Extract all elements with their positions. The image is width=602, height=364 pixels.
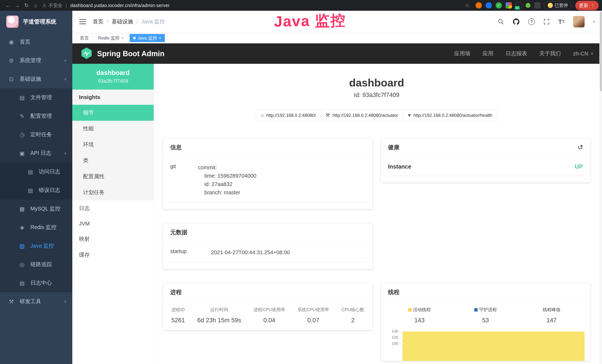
sba-nav-wallboard[interactable]: 应用墙 <box>454 50 470 57</box>
extension-6-icon[interactable] <box>526 3 530 8</box>
sba-nav-journal[interactable]: 日志报表 <box>505 50 527 57</box>
sidebar-item-error-log[interactable]: ▤ 错误日志 <box>0 181 72 200</box>
locale-select[interactable]: zh-CN ∨ <box>573 51 593 57</box>
sidebar-item-system-management[interactable]: ⚙ 系统管理 ∨ <box>0 51 72 70</box>
reload-icon[interactable]: ↻ <box>22 1 31 10</box>
app-logo-block[interactable]: 芋道管理系统 <box>0 11 72 33</box>
sba-menu-performance[interactable]: 性能 <box>72 121 154 137</box>
breadcrumb-infrastructure[interactable]: 基础设施 <box>112 18 133 25</box>
sba-menu-logs[interactable]: 日志 <box>72 201 154 216</box>
extension-7-icon[interactable] <box>534 2 540 9</box>
info-value: commit: time: 1596289704000 id: 27aa832 … <box>198 163 256 197</box>
sidebar-item-redis-monitor[interactable]: ◈ Redis 监控 <box>0 218 72 237</box>
sidebar-item-dev-tools[interactable]: ⚒ 研发工具 ∨ <box>0 292 72 311</box>
breadcrumb-home[interactable]: 首页 <box>93 18 103 25</box>
bookmark-star-icon[interactable]: ☆ <box>462 1 472 10</box>
sidebar-item-file-management[interactable]: ▤ 文件管理 <box>0 88 72 107</box>
log-center-icon: ▤ <box>19 280 26 286</box>
sidebar-item-label: 定时任务 <box>30 131 52 138</box>
tab-label: 首页 <box>80 35 89 41</box>
github-icon[interactable] <box>513 18 520 25</box>
sidebar-item-java-monitor[interactable]: ▥ Java 监控 <box>0 237 72 255</box>
sidebar-item-label: MySQL 监控 <box>30 205 60 213</box>
health-url-link[interactable]: ♥ http://192.168.0.2:48080/actuator/heal… <box>403 109 497 121</box>
forward-icon[interactable]: → <box>13 1 22 10</box>
timer-icon: ◷ <box>19 131 26 138</box>
tab-home[interactable]: 首页 <box>76 34 92 42</box>
sba-instance-header[interactable]: dashboard 93a3fc7f7409 <box>72 64 154 90</box>
hamburger-icon[interactable] <box>79 19 86 24</box>
sba-menu-environment[interactable]: 环境 <box>72 137 154 153</box>
help-icon[interactable]: ? <box>528 18 535 25</box>
sidebar-item-label: 首页 <box>20 38 30 46</box>
process-card-header: 进程 <box>163 283 373 301</box>
extension-5-icon[interactable]: on <box>516 2 522 9</box>
sidebar-item-api-log[interactable]: ▣ API 日志 ∧ <box>0 144 72 162</box>
font-size-icon[interactable]: TT <box>558 18 565 25</box>
address-bar[interactable]: ⚠ 不安全 | dashboard.yudao.iocoder.cn/infra… <box>42 2 462 9</box>
browser-home-icon[interactable]: ⌂ <box>31 1 40 10</box>
threads-card-header: 线程 <box>381 283 590 301</box>
browser-toolbar: ← → ↻ ⌂ ⚠ 不安全 | dashboard.yudao.iocoder.… <box>0 0 602 11</box>
service-url-link[interactable]: ⌂ http://192.168.0.2:48080/ <box>256 109 321 121</box>
history-icon[interactable]: ↺ <box>578 143 583 151</box>
y-tick: 140 <box>392 329 401 333</box>
sidebar-item-config-management[interactable]: ✎ 配置管理 <box>0 107 72 125</box>
sidebar-item-label: Redis 监控 <box>30 224 56 231</box>
actuator-url-link[interactable]: ⚒ http://192.168.0.2:48080/actuator <box>321 109 403 121</box>
extension-1-icon[interactable] <box>475 2 482 9</box>
tab-java-monitor[interactable]: Java 监控 × <box>129 34 165 42</box>
sba-menu-config-properties[interactable]: 配置属性 <box>72 169 154 184</box>
sidebar-item-home[interactable]: ◉ 首页 <box>0 33 72 51</box>
sba-nav-about[interactable]: 关于我们 <box>539 50 561 57</box>
metadata-startup-row: startup 2021-04-27T00:44:31.254+08:00 <box>170 248 366 262</box>
app-logo <box>6 16 19 28</box>
search-icon[interactable] <box>498 19 504 25</box>
threads-chart: 140 120 100 <box>387 329 585 361</box>
spring-boot-admin-logo <box>81 47 92 60</box>
sba-menu-details[interactable]: 细节 <box>72 105 154 121</box>
scrollbar-thumb[interactable] <box>600 11 602 91</box>
sidebar-item-infrastructure[interactable]: ⊡ 基础设施 ∧ <box>0 70 72 88</box>
legend-value: 143 <box>387 317 452 324</box>
chevron-down-icon[interactable]: ▾ <box>593 20 595 24</box>
sba-menu-jvm[interactable]: JVM <box>72 216 154 231</box>
sba-instance-name: dashboard <box>74 69 152 76</box>
sba-nav-applications[interactable]: 应用 <box>483 50 493 57</box>
sba-menu-classes[interactable]: 类 <box>72 153 154 169</box>
extension-2-icon[interactable] <box>485 2 492 9</box>
sidebar-item-log-center[interactable]: ▤ 日志中心 <box>0 274 72 292</box>
sidebar-item-access-log[interactable]: ▤ 访问日志 <box>0 162 72 181</box>
infrastructure-icon: ⊡ <box>8 76 15 82</box>
link-url: http://192.168.0.2:48080/ <box>266 113 316 118</box>
git-id-line: id: 27aa832 <box>198 180 256 188</box>
sba-menu-mappings[interactable]: 映射 <box>72 231 154 247</box>
sidebar-item-trace[interactable]: ◎ 链路追踪 <box>0 255 72 274</box>
metadata-card: 元数据 startup 2021-04-27T00:44:31.254+08:0… <box>163 223 373 269</box>
paused-badge[interactable]: 已暂停 <box>544 1 572 10</box>
legend-peak-threads: 线程峰值 147 <box>519 307 585 324</box>
update-button[interactable]: 更新 ⋮ <box>575 1 599 10</box>
sba-menu-caches[interactable]: 缓存 <box>72 247 154 263</box>
extension-4-icon[interactable] <box>505 2 512 9</box>
sidebar-item-scheduled-tasks[interactable]: ◷ 定时任务 <box>0 125 72 144</box>
user-avatar[interactable] <box>573 16 585 27</box>
fullscreen-icon[interactable] <box>543 19 550 25</box>
chevron-down-icon: ∨ <box>591 51 593 56</box>
sidebar-item-mysql-monitor[interactable]: ▦ MySQL 监控 <box>0 200 72 218</box>
chart-area-fill <box>402 332 585 361</box>
sba-menu-scheduled-tasks[interactable]: 计划任务 <box>72 184 154 201</box>
redis-icon: ◈ <box>19 224 26 231</box>
health-instance-row[interactable]: Instance UP <box>388 163 583 176</box>
back-icon[interactable]: ← <box>3 1 13 10</box>
sidebar-item-label: 访问日志 <box>39 168 60 175</box>
tab-redis-monitor[interactable]: Redis 监控 × <box>95 34 127 42</box>
close-tab-icon[interactable]: × <box>159 36 161 40</box>
metadata-card-body: startup 2021-04-27T00:44:31.254+08:00 <box>163 242 373 269</box>
close-tab-icon[interactable]: × <box>121 36 124 40</box>
url-text[interactable]: dashboard.yudao.iocoder.cn/infra/admin-s… <box>70 3 170 8</box>
extension-3-icon[interactable]: ✓ <box>495 2 502 9</box>
access-log-icon: ▤ <box>27 169 34 175</box>
sidebar-item-label: 错误日志 <box>39 187 60 194</box>
stat-value: 0.04 <box>253 317 285 324</box>
